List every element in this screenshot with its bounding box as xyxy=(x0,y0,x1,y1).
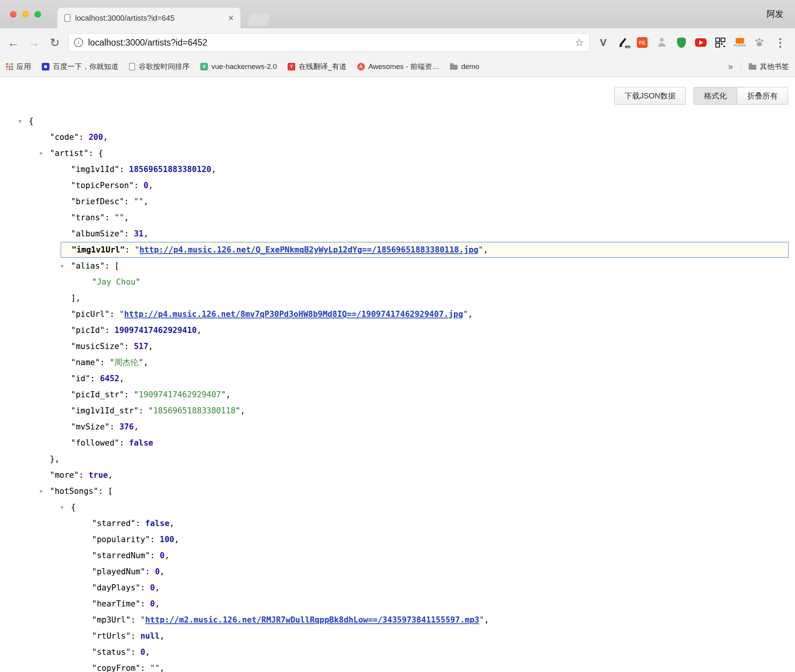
json-url-link[interactable]: http://p4.music.126.net/8mv7qP30Pd3oHW8b… xyxy=(124,310,463,319)
json-line: "code": 200, xyxy=(0,129,795,145)
json-token: 18569651883380120 xyxy=(129,165,211,174)
tab-strip: localhost:3000/artists?id=645 × 阿发 xyxy=(0,0,795,28)
indent-spacer xyxy=(0,644,82,660)
json-token: "picId" xyxy=(71,326,105,335)
indent-spacer xyxy=(0,387,61,403)
indent-spacer xyxy=(0,274,82,290)
json-token: "copyFrom" xyxy=(92,664,140,672)
json-token: , xyxy=(226,390,231,399)
person-icon[interactable] xyxy=(656,37,667,48)
indent-spacer xyxy=(0,338,61,354)
bookmark-vue-hackernews[interactable]: V vue-hackernews-2.0 xyxy=(200,62,277,71)
translate-pen-icon[interactable]: en xyxy=(617,37,628,48)
json-token: , xyxy=(148,181,153,190)
url-text[interactable]: localhost:3000/artists?id=6452 xyxy=(88,38,570,48)
folder-icon xyxy=(749,65,756,70)
json-url-link[interactable]: http://p4.music.126.net/Q_ExePNkmqB2yWyL… xyxy=(139,245,478,254)
json-token: : xyxy=(79,470,88,480)
json-line: "img1v1Url": "http://p4.music.126.net/Q_… xyxy=(0,242,795,258)
bookmarks-overflow-chevron[interactable]: » xyxy=(728,62,733,72)
qrcode-icon[interactable] xyxy=(715,37,726,48)
bookmark-star-icon[interactable]: ☆ xyxy=(575,38,584,48)
collapse-arrow-icon[interactable]: ▼ xyxy=(61,500,71,515)
json-token: "musicSize" xyxy=(71,342,124,351)
browser-window: localhost:3000/artists?id=645 × 阿发 ← → ↻… xyxy=(0,0,795,672)
json-line-body: "code": 200, xyxy=(39,129,795,145)
collapse-arrow-icon[interactable]: ▼ xyxy=(39,146,50,161)
json-line-body: "mvSize": 376, xyxy=(61,419,795,435)
json-line-body: "dayPlays": 0, xyxy=(82,580,795,596)
bookmark-apps[interactable]: 应用 xyxy=(6,62,31,72)
address-bar[interactable]: i localhost:3000/artists?id=6452 ☆ xyxy=(68,33,590,52)
json-token: 18569651883380118 xyxy=(153,406,236,415)
youtube-icon[interactable] xyxy=(695,37,707,48)
indent-spacer xyxy=(0,467,39,483)
bookmark-youdao[interactable]: Y 在线翻译_有道 xyxy=(288,62,347,72)
bookmark-demo-folder[interactable]: demo xyxy=(450,62,479,71)
json-token: [ xyxy=(115,261,119,270)
json-line: ▼{ xyxy=(0,499,795,515)
new-tab-button[interactable] xyxy=(247,13,271,26)
json-line: "starred": false, xyxy=(0,515,795,531)
json-token: : xyxy=(79,133,88,142)
json-url-link[interactable]: http://m2.music.126.net/RMJR7wDullRqppBk… xyxy=(145,615,479,624)
format-button[interactable]: 格式化 xyxy=(694,87,737,105)
fehelper-icon[interactable]: FE xyxy=(636,37,648,48)
bookmark-label: 谷歌按时间排序 xyxy=(139,62,190,72)
json-token: : xyxy=(140,583,150,592)
tab-close-icon[interactable]: × xyxy=(228,13,234,23)
bookmark-label: 百度一下，你就知道 xyxy=(53,62,118,72)
minimize-window-button[interactable] xyxy=(22,11,29,18)
player-icon[interactable]: PLAYER xyxy=(734,37,746,48)
collapse-all-button[interactable]: 折叠所有 xyxy=(737,87,788,105)
json-token: Jay Chou xyxy=(97,277,136,287)
reload-button[interactable]: ↻ xyxy=(47,37,62,49)
indent-spacer xyxy=(0,161,61,177)
json-line: "trans": "", xyxy=(0,210,795,226)
json-line: "hearTime": 0, xyxy=(0,596,795,612)
download-json-button[interactable]: 下载JSON数据 xyxy=(614,87,686,105)
close-window-button[interactable] xyxy=(10,11,16,18)
person-head xyxy=(660,38,664,42)
json-token: "img1v1Id" xyxy=(71,165,119,174)
indent-spacer xyxy=(0,547,82,564)
json-token: : xyxy=(139,406,148,415)
json-token: ], xyxy=(71,293,80,303)
json-line-body: "picId": 19097417462929410, xyxy=(61,322,795,338)
indent-spacer xyxy=(0,129,39,145)
shield-extension-icon[interactable] xyxy=(676,37,687,48)
json-line: ▼"alias": [ xyxy=(0,258,795,274)
indent-spacer xyxy=(0,354,61,370)
json-token: "" xyxy=(150,664,160,672)
play-triangle-icon xyxy=(699,40,703,45)
json-token: "img1v1Id_str" xyxy=(71,406,139,415)
paw-glyph xyxy=(754,38,764,48)
vimium-icon[interactable]: V xyxy=(597,37,609,48)
fullscreen-window-button[interactable] xyxy=(34,11,41,18)
indent-spacer xyxy=(0,290,61,306)
json-token: "followed" xyxy=(71,438,119,447)
json-token: 19097417462929410 xyxy=(115,326,197,335)
profile-name[interactable]: 阿发 xyxy=(767,8,784,20)
info-icon[interactable]: i xyxy=(74,38,83,47)
indent-spacer xyxy=(0,177,61,193)
bookmark-awesomes[interactable]: A Awesomes - 前端资… xyxy=(357,62,439,72)
vimium-letter: V xyxy=(600,37,607,48)
browser-tab[interactable]: localhost:3000/artists?id=645 × xyxy=(57,8,240,28)
view-toggle-group: 格式化 折叠所有 xyxy=(694,87,788,105)
json-token: , xyxy=(160,567,165,576)
json-token: 0 xyxy=(150,583,155,592)
collapse-arrow-icon[interactable]: ▼ xyxy=(18,113,29,129)
other-bookmarks[interactable]: 其他书签 xyxy=(749,62,789,72)
paw-icon[interactable] xyxy=(754,37,765,48)
collapse-arrow-icon[interactable]: ▼ xyxy=(39,484,50,499)
bookmark-google-sort[interactable]: 谷歌按时间排序 xyxy=(129,62,190,72)
collapse-arrow-icon[interactable]: ▼ xyxy=(61,258,71,274)
back-button[interactable]: ← xyxy=(6,37,21,49)
json-token: }, xyxy=(50,454,59,464)
indent-spacer xyxy=(0,515,82,531)
json-token: true xyxy=(88,470,108,480)
bookmark-baidu[interactable]: 百度一下，你就知道 xyxy=(42,62,118,72)
menu-icon[interactable]: ⋮ xyxy=(773,37,787,48)
forward-button[interactable]: → xyxy=(27,37,41,49)
